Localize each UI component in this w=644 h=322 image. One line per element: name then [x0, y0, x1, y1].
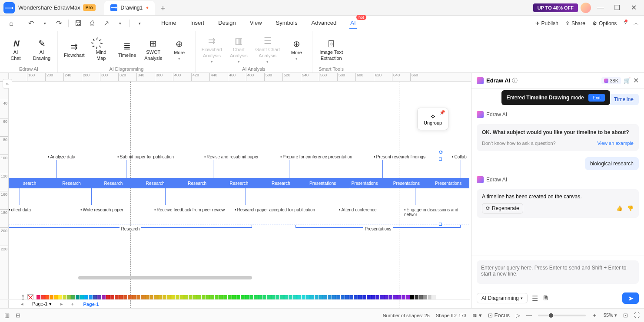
rotate-handle[interactable]: ⟳ — [439, 149, 443, 155]
page-selector[interactable]: Page-1 ▾ — [29, 300, 55, 308]
color-swatch[interactable] — [336, 295, 340, 300]
color-swatch[interactable] — [93, 295, 97, 300]
view-example-link[interactable]: View an example — [597, 141, 634, 146]
selection-handle[interactable] — [439, 158, 442, 161]
color-swatch[interactable] — [119, 295, 123, 300]
maximize-button[interactable]: ☐ — [610, 2, 624, 14]
menu-advanced[interactable]: Advanced — [310, 18, 337, 29]
more-diagram-tool[interactable]: ⊕More▾ — [170, 34, 189, 66]
color-swatch[interactable] — [84, 295, 88, 300]
color-swatch[interactable] — [258, 295, 262, 300]
menu-insert[interactable]: Insert — [189, 18, 206, 29]
color-swatch[interactable] — [293, 295, 297, 300]
color-swatch[interactable] — [436, 295, 440, 300]
document-tab[interactable]: ⟶ Drawing1 • — [104, 1, 155, 15]
exit-mode-button[interactable]: Exit — [588, 94, 605, 102]
color-swatch[interactable] — [176, 295, 179, 300]
color-swatch[interactable] — [289, 295, 292, 300]
color-swatch[interactable] — [415, 295, 418, 300]
publish-link[interactable]: ✈Publish — [535, 20, 558, 26]
color-swatch[interactable] — [154, 295, 158, 300]
color-swatch[interactable] — [262, 295, 266, 300]
color-swatch[interactable] — [402, 295, 405, 300]
swot-tool[interactable]: ⊞SWOT Analysis — [144, 34, 163, 66]
color-swatch[interactable] — [302, 295, 305, 300]
color-swatch[interactable] — [71, 295, 75, 300]
color-swatch[interactable] — [171, 295, 175, 300]
ai-mode-selector[interactable]: AI Diagramming ▾ — [477, 293, 528, 303]
color-swatch[interactable] — [158, 295, 162, 300]
menu-symbols[interactable]: Symbols — [275, 18, 299, 29]
color-swatch[interactable] — [349, 295, 353, 300]
color-swatch[interactable] — [367, 295, 371, 300]
canvas[interactable]: ⟳ searchResearchResearchResearchResearch… — [9, 82, 471, 308]
color-swatch[interactable] — [362, 295, 366, 300]
color-swatch[interactable] — [406, 295, 410, 300]
undo-dropdown[interactable]: ▾ — [39, 18, 51, 29]
color-swatch[interactable] — [50, 295, 53, 300]
color-swatch[interactable] — [284, 295, 288, 300]
close-panel-button[interactable]: ✕ — [633, 76, 639, 85]
color-swatch[interactable] — [180, 295, 184, 300]
ai-chat-tool[interactable]: 𝙉AI Chat — [6, 34, 25, 66]
focus-toggle[interactable]: ⊡ Focus — [488, 312, 510, 319]
color-swatch[interactable] — [106, 295, 110, 300]
zoom-level[interactable]: 55% ▾ — [604, 312, 617, 318]
menu-ai[interactable]: AIhot — [349, 18, 356, 29]
color-swatch[interactable] — [80, 295, 84, 300]
color-swatch[interactable] — [97, 295, 101, 300]
ai-drawing-tool[interactable]: ✎AI Drawing — [32, 34, 51, 66]
cart-icon[interactable]: 🛒 — [624, 77, 631, 84]
color-swatch[interactable] — [206, 295, 210, 300]
menu-home[interactable]: Home — [160, 18, 177, 29]
color-swatch[interactable] — [223, 295, 227, 300]
export-button[interactable]: ↗ — [100, 18, 112, 29]
color-swatch[interactable] — [45, 295, 49, 300]
page-layout-icon[interactable]: ▥ — [4, 312, 10, 319]
promo-banner[interactable]: UP TO 40% OFF — [533, 3, 578, 12]
color-swatch[interactable] — [323, 295, 327, 300]
regenerate-button[interactable]: ⟳Regenerate — [482, 203, 523, 214]
send-button[interactable]: ➤ — [622, 292, 639, 304]
timeline-event[interactable]: Engage in discussions and networ — [404, 207, 471, 217]
color-swatch[interactable] — [332, 295, 336, 300]
fit-page-icon[interactable]: ⊡ — [623, 312, 628, 319]
color-swatch[interactable] — [271, 295, 275, 300]
timeline-bar[interactable]: searchResearchResearchResearchResearchRe… — [9, 178, 469, 188]
horizontal-scrollbar[interactable] — [78, 276, 252, 279]
zoom-in[interactable]: ＋ — [592, 312, 598, 319]
color-swatch[interactable] — [310, 295, 314, 300]
color-swatch[interactable] — [145, 295, 149, 300]
color-swatch[interactable] — [167, 295, 171, 300]
ungroup-popup[interactable]: 📌 ⟡ Ungroup — [417, 108, 448, 130]
color-swatch[interactable] — [41, 295, 45, 300]
color-swatch[interactable] — [328, 295, 332, 300]
color-swatch[interactable] — [354, 295, 358, 300]
mindmap-tool[interactable]: ҉Mind Map — [92, 34, 111, 66]
color-swatch[interactable] — [123, 295, 127, 300]
color-swatch[interactable] — [388, 295, 392, 300]
color-swatch[interactable] — [141, 295, 145, 300]
color-swatch[interactable] — [410, 295, 414, 300]
minimize-button[interactable]: — — [594, 2, 607, 14]
menu-view[interactable]: View — [249, 18, 263, 29]
color-swatch[interactable] — [315, 295, 319, 300]
options-link[interactable]: ⚙Options — [592, 20, 617, 26]
color-swatch[interactable] — [215, 295, 219, 300]
color-swatch[interactable] — [136, 295, 140, 300]
color-swatch[interactable] — [210, 295, 214, 300]
help-button[interactable]: ? — [624, 20, 627, 26]
color-swatch[interactable] — [423, 295, 427, 300]
ai-query-input[interactable] — [477, 260, 639, 284]
color-swatch[interactable] — [110, 295, 114, 300]
timeline-event[interactable]: Collab — [452, 154, 467, 159]
export-dropdown[interactable]: ▾ — [114, 18, 126, 29]
color-swatch[interactable] — [428, 295, 432, 300]
color-swatch[interactable] — [163, 295, 166, 300]
thumbs-up-button[interactable]: 👍 — [616, 205, 623, 211]
presentation-icon[interactable]: ▷ — [516, 312, 520, 319]
color-swatch[interactable] — [241, 295, 245, 300]
color-swatch[interactable] — [267, 295, 271, 300]
timeline-event[interactable]: Write research paper — [80, 207, 123, 212]
canvas-area[interactable]: 1602002402803003203403804004204404604805… — [0, 73, 471, 308]
